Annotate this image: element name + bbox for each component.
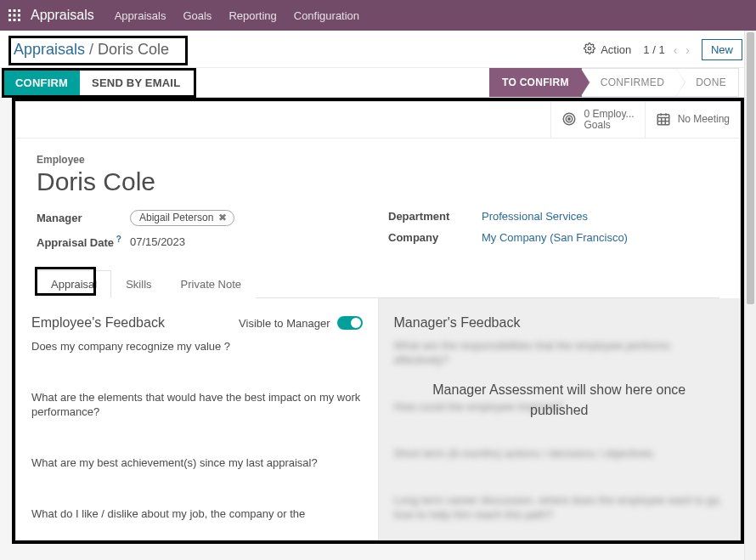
svg-rect-7 xyxy=(14,19,16,21)
manager-blurred-4: Long term career discussion, where does … xyxy=(394,494,725,523)
main-menubar: Appraisals Appraisals Goals Reporting Co… xyxy=(0,0,756,31)
employee-feedback-title: Employee's Feedback xyxy=(31,315,165,331)
employee-label: Employee xyxy=(37,154,719,166)
manager-blurred-3: Short term (6-months) actions / decision… xyxy=(394,447,725,461)
svg-rect-8 xyxy=(18,19,20,21)
svg-point-9 xyxy=(588,47,591,50)
svg-rect-3 xyxy=(8,14,11,17)
stat-goals-label: Goals xyxy=(584,120,634,131)
svg-rect-0 xyxy=(8,9,11,12)
stat-goals-button[interactable]: 0 Employ... Goals xyxy=(550,102,644,138)
svg-rect-4 xyxy=(14,14,16,17)
stat-meeting-label: No Meeting xyxy=(678,114,730,125)
status-bar: TO CONFIRM CONFIRMED DONE xyxy=(489,68,739,97)
department-label: Department xyxy=(388,210,482,223)
manager-feedback-title: Manager's Feedback xyxy=(394,315,521,331)
visible-manager-toggle[interactable] xyxy=(337,316,363,330)
scrollbar-thumb[interactable] xyxy=(747,32,754,304)
svg-rect-13 xyxy=(657,114,669,124)
action-dropdown[interactable]: Action xyxy=(584,42,631,57)
tab-skills[interactable]: Skills xyxy=(111,270,166,298)
app-nav: Appraisals Goals Reporting Configuration xyxy=(115,9,359,22)
nav-appraisals[interactable]: Appraisals xyxy=(115,9,166,22)
employee-name[interactable]: Doris Cole xyxy=(37,167,719,196)
control-panel: Appraisals / Doris Cole Action 1 / 1 ‹ ›… xyxy=(0,31,756,98)
scrollbar[interactable] xyxy=(744,31,756,560)
employee-question-2[interactable]: What are the elements that would have th… xyxy=(31,390,363,420)
status-done[interactable]: DONE xyxy=(677,68,739,97)
stat-meeting-button[interactable]: No Meeting xyxy=(645,102,740,138)
manager-value: Abigail Peterson xyxy=(139,212,213,223)
nav-goals[interactable]: Goals xyxy=(183,9,212,22)
form-sheet: 0 Employ... Goals No Meeting Employee Do… xyxy=(15,101,741,540)
stat-button-box: 0 Employ... Goals No Meeting xyxy=(16,102,740,139)
breadcrumb-root[interactable]: Appraisals xyxy=(14,41,85,58)
employee-question-4[interactable]: What do I like / dislike about my job, t… xyxy=(31,506,363,522)
svg-point-12 xyxy=(568,117,570,119)
visible-manager-label: Visible to Manager xyxy=(239,317,330,330)
manager-feedback-panel: Manager's Feedback What are the responsi… xyxy=(378,298,741,540)
gear-icon xyxy=(584,42,595,57)
send-email-button[interactable]: SEND BY EMAIL xyxy=(80,70,192,96)
department-value[interactable]: Professional Services xyxy=(482,210,588,223)
tab-appraisal[interactable]: Appraisal xyxy=(37,270,111,298)
nav-configuration[interactable]: Configuration xyxy=(294,9,359,22)
employee-feedback-panel: Employee's Feedback Visible to Manager D… xyxy=(16,298,378,540)
status-to-confirm[interactable]: TO CONFIRM xyxy=(489,68,582,97)
notebook-tabs: Appraisal Skills Private Note xyxy=(37,269,719,298)
appraisal-date-value[interactable]: 07/15/2023 xyxy=(130,235,185,248)
breadcrumb: Appraisals / Doris Cole xyxy=(14,41,169,59)
breadcrumb-current: Doris Cole xyxy=(98,41,169,58)
new-button[interactable]: New xyxy=(702,39,742,60)
company-label: Company xyxy=(388,231,482,244)
pager-prev[interactable]: ‹ xyxy=(674,43,678,57)
svg-rect-2 xyxy=(18,9,20,12)
manager-label: Manager xyxy=(37,212,130,224)
svg-rect-6 xyxy=(8,19,11,21)
svg-rect-1 xyxy=(14,9,16,12)
calendar-icon xyxy=(656,111,671,129)
manager-blurred-1: What are the responsibilities that the e… xyxy=(394,339,725,368)
pager-next[interactable]: › xyxy=(685,43,690,57)
pager-count: 1 / 1 xyxy=(643,43,664,56)
employee-question-3[interactable]: What are my best achievement(s) since my… xyxy=(31,455,363,471)
svg-rect-5 xyxy=(18,14,20,17)
status-confirmed[interactable]: CONFIRMED xyxy=(582,68,677,97)
app-title: Appraisals xyxy=(31,8,94,23)
apps-grid-icon[interactable] xyxy=(8,9,20,21)
target-icon xyxy=(561,111,577,129)
manager-feedback-placeholder: Manager Assessment will show here once p… xyxy=(379,380,741,421)
manager-chip[interactable]: Abigail Peterson ✖ xyxy=(130,210,234,226)
close-icon[interactable]: ✖ xyxy=(218,212,227,223)
appraisal-date-label: Appraisal Date ? xyxy=(37,235,130,249)
pager: 1 / 1 ‹ › xyxy=(643,43,690,57)
confirm-button[interactable]: CONFIRM xyxy=(3,70,80,96)
nav-reporting[interactable]: Reporting xyxy=(228,9,276,22)
help-icon[interactable]: ? xyxy=(114,235,121,244)
company-value[interactable]: My Company (San Francisco) xyxy=(482,231,628,244)
employee-question-1[interactable]: Does my company recognize my value ? xyxy=(31,339,363,354)
tab-private-note[interactable]: Private Note xyxy=(166,270,257,298)
action-label: Action xyxy=(601,43,631,56)
